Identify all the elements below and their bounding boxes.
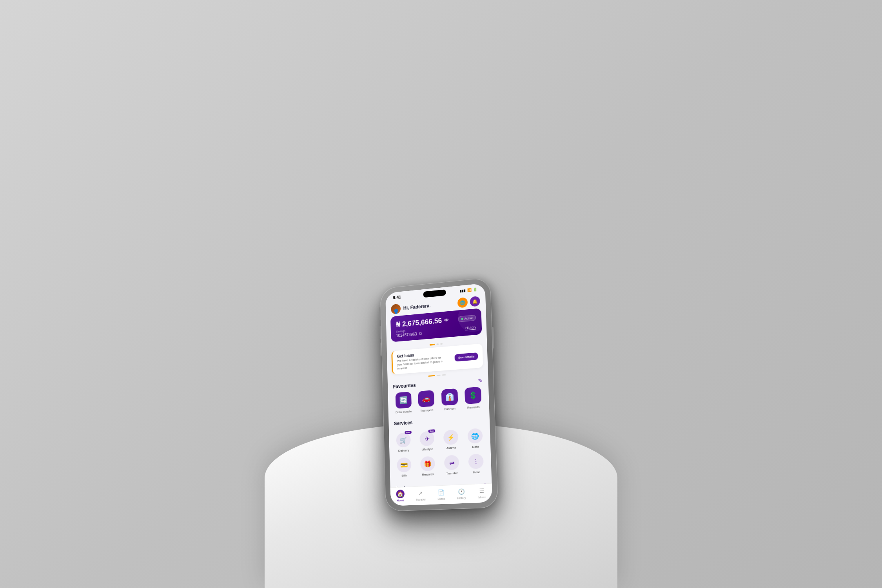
data-bundle-icon: 🔄 [395, 392, 411, 409]
fashion-label: Fashion [444, 407, 455, 411]
fashion-icon: 👔 [441, 388, 458, 406]
rewards-service-label: Rewards [422, 472, 434, 476]
delivery-icon: 🛒 [396, 432, 411, 448]
favourites-title: Favourites [393, 383, 416, 390]
history-nav-label: History [457, 497, 466, 500]
more-icon: ⋮ [468, 454, 484, 469]
rewards-service-icon: 🎁 [420, 456, 435, 472]
service-lifestyle[interactable]: New ✈ Lifestyle [415, 428, 439, 454]
see-details-button[interactable]: See details [455, 352, 478, 361]
bell-icon: 🔔 [472, 299, 478, 304]
edit-favourites-icon[interactable]: ✎ [478, 377, 483, 384]
service-delivery[interactable]: New 🛒 Delivery [392, 430, 415, 456]
loans-nav-icon: 📄 [437, 488, 445, 497]
nav-menu[interactable]: ☰ Menu [477, 486, 486, 499]
transfer-icon: ⇌ [444, 455, 459, 471]
nav-transfer[interactable]: ↗ Transfer [416, 489, 426, 501]
service-rewards[interactable]: 🎁 Rewards [416, 454, 440, 479]
data-bundle-label: Data bundle [396, 410, 412, 414]
transfer-nav-label: Transfer [416, 498, 426, 501]
rewards-fav-icon: 💲 [465, 387, 481, 404]
bills-label: Bills [401, 474, 407, 477]
nav-history[interactable]: 🕐 History [457, 487, 466, 499]
transfer-label: Transfer [446, 472, 458, 475]
phone-screen: 9:41 ▮▮▮ 📶 🔋 Hi, Faderera. [385, 283, 492, 506]
service-data[interactable]: 🌐 Data [463, 426, 487, 452]
history-nav-icon: 🕐 [457, 487, 466, 496]
battery-icon: 🔋 [473, 287, 477, 292]
dot-2 [436, 343, 439, 345]
data-icon: 🌐 [467, 428, 483, 444]
services-grid: New 🛒 Delivery New ✈ Lifestyle ⚡ Airtime [389, 424, 492, 483]
profile-icon-btn[interactable]: 🌐 [457, 297, 468, 308]
lifestyle-icon: ✈ [419, 431, 434, 446]
dot-1 [430, 344, 435, 346]
service-more[interactable]: ⋮ More [464, 451, 488, 477]
loans-dot-1 [428, 375, 435, 377]
airtime-label: Airtime [446, 446, 456, 450]
copy-icon[interactable]: ⧉ [419, 331, 421, 336]
wifi-icon: 📶 [467, 288, 472, 292]
more-label: More [473, 470, 480, 474]
eye-icon[interactable]: 👁 [444, 318, 448, 323]
avatar [391, 304, 401, 314]
data-label: Data [472, 445, 479, 449]
loans-dot-3 [442, 374, 446, 376]
service-transfer[interactable]: ⇌ Transfer [440, 452, 464, 478]
fav-data-bundle[interactable]: 🔄 Data bundle [395, 392, 412, 414]
lifestyle-label: Lifestyle [422, 447, 433, 451]
transport-icon: 🚗 [418, 390, 435, 407]
menu-nav-icon: ☰ [477, 486, 486, 495]
currency-symbol: ₦ [396, 320, 400, 329]
active-label: Active [464, 316, 473, 320]
active-badge: Active [458, 315, 476, 322]
history-link[interactable]: History [465, 325, 476, 330]
services-section: Services New 🛒 Delivery New ✈ Lifestyle [388, 412, 492, 485]
fav-transport[interactable]: 🚗 Transport [418, 390, 435, 412]
transport-label: Transport [420, 408, 433, 413]
phone-scene: 9:41 ▮▮▮ 📶 🔋 Hi, Faderera. [380, 277, 498, 512]
rewards-fav-label: Rewards [467, 405, 480, 410]
delivery-new-badge: New [405, 431, 412, 434]
home-label: Home [397, 499, 404, 502]
service-bills[interactable]: 💳 Bills [392, 455, 416, 480]
active-dot [461, 318, 463, 319]
services-title: Services [394, 420, 413, 426]
delivery-label: Delivery [398, 448, 409, 452]
greeting-text: Hi, Faderera. [403, 303, 431, 311]
account-info: Savings 1024578963 ⧉ [396, 328, 421, 338]
loans-text: Get loans We have a variety of loan offe… [397, 350, 447, 370]
dynamic-island [423, 289, 446, 298]
fav-rewards[interactable]: 💲 Rewards [465, 387, 482, 410]
fav-fashion[interactable]: 👔 Fashion [441, 388, 458, 411]
bills-icon: 💳 [397, 457, 412, 473]
airtime-icon: ⚡ [443, 430, 459, 445]
status-icons: ▮▮▮ 📶 🔋 [460, 287, 477, 293]
nav-loans[interactable]: 📄 Loans [437, 488, 446, 501]
header-left: Hi, Faderera. [391, 301, 431, 314]
transfer-nav-icon: ↗ [416, 489, 425, 498]
status-time: 9:41 [393, 295, 401, 300]
nav-home[interactable]: 🏠 Home [396, 490, 405, 502]
lifestyle-new-badge: New [428, 429, 435, 433]
bottom-nav: 🏠 Home ↗ Transfer 📄 Loans 🕐 History ☰ [390, 483, 492, 506]
service-airtime[interactable]: ⚡ Airtime [439, 427, 463, 453]
home-icon: 🏠 [396, 490, 405, 499]
dot-3 [440, 343, 443, 345]
profile-icon: 🌐 [460, 300, 465, 305]
signal-icon: ▮▮▮ [460, 289, 466, 293]
header-right: 🌐 🔔 [457, 296, 480, 308]
loans-dot-2 [437, 375, 441, 376]
app-content[interactable]: Hi, Faderera. 🌐 🔔 ₦ [386, 292, 492, 505]
menu-nav-label: Menu [478, 496, 485, 499]
notification-btn[interactable]: 🔔 [470, 296, 480, 307]
loans-nav-label: Loans [438, 497, 445, 501]
phone-shell: 9:41 ▮▮▮ 📶 🔋 Hi, Faderera. [380, 277, 498, 512]
